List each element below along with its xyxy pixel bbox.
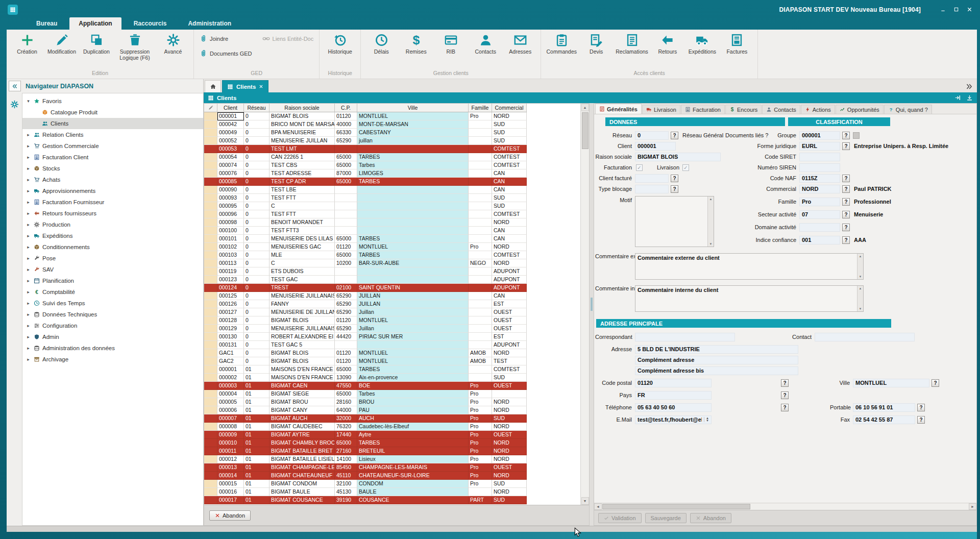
groupe-help-button[interactable]: ? bbox=[842, 132, 850, 139]
indice-confiance-help-button[interactable]: ? bbox=[842, 236, 850, 244]
row-marker[interactable] bbox=[204, 316, 217, 325]
menu-tab-administration[interactable]: Administration bbox=[179, 17, 240, 30]
ribbon-button-retours[interactable]: Retours bbox=[651, 32, 684, 55]
cell-client[interactable]: 000123 bbox=[217, 276, 244, 284]
table-row[interactable]: 0001300ROBERT ALEXANDRE EI44420PIRIAC SU… bbox=[204, 333, 527, 341]
row-marker[interactable] bbox=[204, 227, 217, 235]
fax-field[interactable]: 02 54 42 55 87 bbox=[853, 415, 915, 424]
ribbon-button-commandes[interactable]: Commandes bbox=[545, 32, 578, 55]
detail-tab-facturation[interactable]: Facturation bbox=[681, 105, 725, 114]
detail-tab-generalites[interactable]: Généralités bbox=[595, 104, 642, 114]
cell-famille[interactable]: Pro bbox=[469, 431, 492, 439]
table-row[interactable]: 00000901BIGMAT AYTRE17440AytreProOUEST bbox=[204, 431, 527, 439]
cell-raison-sociale[interactable]: MENUISERIE JUILLANAISE bbox=[270, 292, 335, 300]
detail-horizontal-scrollbar[interactable]: ◄ ► bbox=[594, 503, 976, 510]
cell-ville[interactable]: Juillan bbox=[357, 308, 469, 316]
portable-help-button[interactable]: ? bbox=[917, 404, 925, 411]
detail-tab-qui-quand[interactable]: ?Qui, quand ? bbox=[884, 105, 932, 114]
table-row[interactable]: 00000801BIGMAT CAUDEBEC76320Caudebec-lès… bbox=[204, 423, 527, 431]
cell-famille[interactable] bbox=[469, 276, 492, 284]
sidebar-item-approvisionnements[interactable]: ▸Approvisionnements bbox=[22, 185, 203, 197]
table-row[interactable]: 0001310TEST GAC 5ADUPONT bbox=[204, 341, 527, 349]
cell-reseau[interactable]: 0 bbox=[244, 112, 270, 120]
table-row[interactable]: 0000980BENOIT MORANDETNORD bbox=[204, 218, 527, 227]
table-row[interactable]: 0000520MENUISERIE JUILLAN65290juillanSUD bbox=[204, 137, 527, 145]
ville-help-button[interactable]: ? bbox=[932, 379, 939, 387]
cell-client[interactable]: 000007 bbox=[217, 414, 244, 423]
chevron-right-icon[interactable]: ▸ bbox=[26, 357, 31, 362]
cell-client[interactable]: 000004 bbox=[217, 390, 244, 398]
cell-client[interactable]: 000008 bbox=[217, 423, 244, 431]
numero-siren-field[interactable] bbox=[799, 163, 840, 172]
cell-client[interactable]: 000006 bbox=[217, 406, 244, 414]
cell-client[interactable]: 000074 bbox=[217, 161, 244, 169]
table-row[interactable]: 0000490BPA MENUISERIE66330CABESTANYSUD bbox=[204, 129, 527, 137]
cell-raison-sociale[interactable]: BIGMAT AUCH bbox=[270, 414, 335, 423]
cell-client[interactable]: 000124 bbox=[217, 284, 244, 292]
sidebar-item-configuration[interactable]: ▸Configuration bbox=[22, 320, 203, 331]
cell-client[interactable]: 000096 bbox=[217, 210, 244, 218]
cell-c-p[interactable]: 45130 bbox=[335, 488, 357, 496]
client-facture-field[interactable] bbox=[635, 174, 669, 183]
table-row[interactable]: 00000701BIGMAT AUCH32000AUCHProSUD bbox=[204, 414, 527, 423]
cell-reseau[interactable]: 0 bbox=[244, 316, 270, 325]
cell-c-p[interactable] bbox=[335, 210, 357, 218]
row-marker[interactable] bbox=[204, 243, 217, 251]
abandon-button[interactable]: Abandon bbox=[690, 513, 731, 523]
cell-raison-sociale[interactable]: TEST LMT bbox=[270, 145, 335, 153]
cell-raison-sociale[interactable]: MLE bbox=[270, 251, 335, 259]
close-tab-icon[interactable] bbox=[259, 84, 263, 89]
cell-ville[interactable]: MONT-DE-MARSAN bbox=[357, 120, 469, 129]
cell-commercial[interactable]: ADUPONT bbox=[492, 284, 527, 292]
table-row[interactable]: 0000900TEST LBECAN bbox=[204, 186, 527, 194]
raison-sociale-field[interactable]: BIGMAT BLOIS bbox=[635, 153, 721, 161]
table-row[interactable]: GAC10BIGMAT BLOIS01120MONTLUELAMOBNORD bbox=[204, 349, 527, 357]
cell-raison-sociale[interactable]: TEST CBS bbox=[270, 161, 335, 169]
cell-reseau[interactable]: 0 bbox=[244, 145, 270, 153]
cell-ville[interactable] bbox=[357, 267, 469, 276]
cell-commercial[interactable]: SUD bbox=[492, 374, 527, 382]
cell-raison-sociale[interactable]: MENUISERIE DES LILAS bbox=[270, 235, 335, 243]
row-marker[interactable] bbox=[204, 447, 217, 455]
row-marker[interactable] bbox=[204, 178, 217, 186]
cell-raison-sociale[interactable]: BIGMAT BLOIS bbox=[270, 357, 335, 365]
chevron-right-icon[interactable]: ▸ bbox=[26, 289, 31, 295]
cell-commercial[interactable]: SUD bbox=[492, 129, 527, 137]
cell-client[interactable]: 000015 bbox=[217, 480, 244, 488]
detail-tab-actions[interactable]: Actions bbox=[801, 105, 835, 114]
cell-ville[interactable]: BAULE bbox=[357, 488, 469, 496]
chevron-right-icon[interactable]: ▸ bbox=[26, 200, 31, 205]
cell-reseau[interactable]: 0 bbox=[244, 178, 270, 186]
cell-famille[interactable] bbox=[469, 137, 492, 145]
cell-raison-sociale[interactable]: TEST ADRESSE bbox=[270, 169, 335, 178]
row-marker[interactable] bbox=[204, 186, 217, 194]
ribbon-button-adresses[interactable]: Adresses bbox=[503, 32, 537, 55]
cell-reseau[interactable]: 0 bbox=[244, 267, 270, 276]
maximize-button[interactable] bbox=[949, 5, 963, 15]
cell-raison-sociale[interactable]: TEST FTT3 bbox=[270, 227, 335, 235]
cell-famille[interactable] bbox=[469, 333, 492, 341]
cell-commercial[interactable]: COMTEST bbox=[492, 365, 527, 374]
cell-client[interactable]: 000119 bbox=[217, 267, 244, 276]
ribbon-button-joindre[interactable]: Joindre bbox=[198, 32, 230, 45]
cell-commercial[interactable]: SUD bbox=[492, 194, 527, 202]
chevron-right-icon[interactable]: ▸ bbox=[26, 222, 31, 227]
scroll-up-arrow[interactable]: ▲ bbox=[709, 198, 713, 201]
cell-commercial[interactable]: COMTEST bbox=[492, 161, 527, 169]
row-marker[interactable] bbox=[204, 194, 217, 202]
ribbon-button-historique[interactable]: Historique bbox=[323, 32, 357, 55]
cell-c-p[interactable]: 65290 bbox=[335, 325, 357, 333]
cell-c-p[interactable]: 65000 bbox=[335, 235, 357, 243]
cell-ville[interactable]: COUSANCE bbox=[357, 496, 469, 504]
cell-famille[interactable]: Pro bbox=[469, 447, 492, 455]
cell-reseau[interactable]: 01 bbox=[244, 423, 270, 431]
sidebar-item-retours-fournisseurs[interactable]: ▸Retours fournisseurs bbox=[22, 208, 203, 219]
tab-clients[interactable]: Clients bbox=[222, 80, 268, 92]
cell-reseau[interactable]: 01 bbox=[244, 439, 270, 447]
sidebar-item-archivage[interactable]: ▸Archivage bbox=[22, 354, 203, 365]
scroll-down-arrow[interactable]: ▼ bbox=[859, 275, 862, 278]
cell-reseau[interactable]: 0 bbox=[244, 210, 270, 218]
cell-reseau[interactable]: 01 bbox=[244, 382, 270, 390]
cell-commercial[interactable]: NORD bbox=[492, 488, 527, 496]
cell-c-p[interactable] bbox=[335, 194, 357, 202]
